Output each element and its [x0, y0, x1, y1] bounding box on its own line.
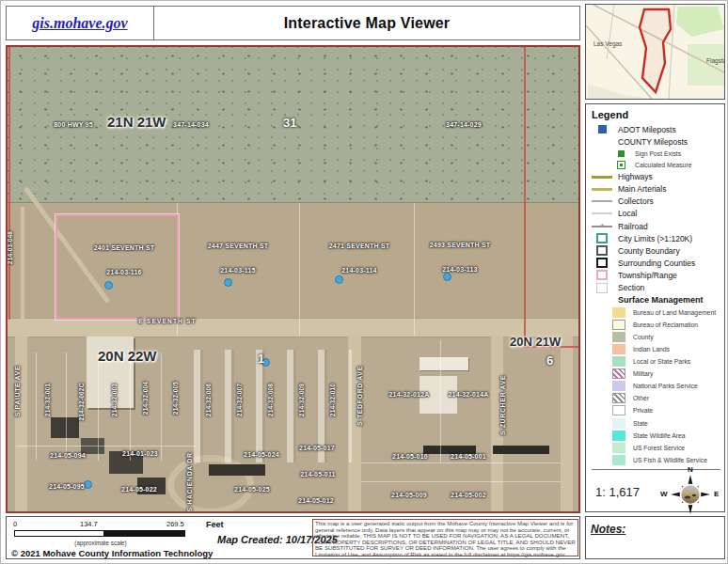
- parcel-apn: 214-05-002: [435, 492, 501, 498]
- map-viewer-page: gis.mohave.gov Interactive Map Viewer La…: [0, 0, 728, 564]
- building: [209, 464, 265, 476]
- copyright-text: © 2021 Mohave County Information Technol…: [11, 548, 213, 558]
- legend-surface-usfws: US Fish & Wildlife Service: [612, 454, 720, 466]
- site-link-box: gis.mohave.gov: [6, 6, 154, 40]
- parcel-apn: 214-32-012A: [376, 391, 442, 398]
- legend-item-section: Section: [592, 281, 720, 293]
- highways-line-swatch: [592, 176, 612, 179]
- street-label-zurcher: S ZURCHER AVE: [499, 368, 509, 443]
- state-wildlife-swatch: [612, 431, 625, 441]
- parcel-address: 2493 SEVENTH ST: [404, 242, 516, 248]
- parcel-apn: 214-05-001: [435, 453, 501, 460]
- legend-panel: Legend ADOT Mileposts COUNTY Mileposts S…: [585, 103, 725, 512]
- parcel-apn: 214-05-022: [106, 486, 172, 493]
- east-edge-road: [561, 336, 573, 511]
- building: [419, 357, 468, 370]
- county-swatch: [612, 332, 625, 342]
- parcel-line: [98, 352, 99, 461]
- parcel-apn: 214-05-024: [229, 451, 294, 458]
- legend-title: Legend: [592, 109, 720, 120]
- map-canvas[interactable]: 800 HWY 95 21N 21W 347-14-034 31 347-14-…: [6, 45, 580, 513]
- parcel-apn: 214-01-023: [107, 450, 173, 457]
- dirt-road-2: [21, 207, 24, 320]
- legend-surface-reclamation: Bureau of Reclamation: [612, 319, 720, 331]
- local-line-swatch: [592, 212, 612, 214]
- parcel-apn-vertical: 214-32-004: [142, 371, 150, 426]
- parcel-apn-vertical: 214-03-048: [7, 221, 15, 275]
- legend-surface-usfs: US Forest Service: [612, 442, 720, 454]
- legend-item-township-range: Township/Range: [592, 269, 720, 281]
- scale-tick-max: 269.5: [166, 520, 184, 528]
- parcel-apn: 214-05-009: [376, 492, 442, 498]
- parcel-apn-vertical: 214-32-005: [172, 371, 181, 426]
- parcel-apn-vertical: 214-32-010: [329, 373, 338, 428]
- map-label-apn-north-1: 347-14-034: [149, 121, 233, 128]
- legend-item-adot: ADOT Mileposts: [592, 123, 720, 135]
- selected-parcel-outline[interactable]: [55, 214, 179, 320]
- parcel-apn: 214-05-012: [283, 497, 349, 504]
- notes-panel: Notes:: [585, 516, 725, 559]
- building: [51, 417, 79, 438]
- street-label-hacienda: S HACIENDA DR: [186, 445, 196, 513]
- parcel-apn: 214-32-014A: [435, 391, 501, 398]
- parcel-apn-vertical: 214-32-009: [298, 373, 307, 428]
- legend-item-main-arterials: Main Arterials: [592, 183, 720, 196]
- parcel-apn-vertical: 214-32-001: [44, 373, 53, 428]
- legend-item-railroad: + Railroad: [592, 220, 720, 232]
- scale-ratio: 1: 1,617: [595, 485, 640, 499]
- other-swatch: [612, 393, 625, 403]
- parcel-apn: 214-05-010: [377, 453, 443, 460]
- legend-item-surrounding-counties: Surrounding Counties: [592, 257, 720, 269]
- inset-city-las-vegas: Las Vegas: [593, 40, 622, 47]
- milepost-dot: [104, 281, 113, 290]
- township-range-swatch: [596, 270, 608, 280]
- parcel-apn: 214-05-094: [35, 452, 101, 459]
- legend-item-surface-management: Surface Management: [592, 294, 720, 306]
- compass-e: E: [714, 490, 719, 498]
- parcel-apn-vertical: 214-32-008: [267, 373, 276, 428]
- legend-item-sign-post: Sign Post Exists: [612, 148, 720, 159]
- reclamation-swatch: [612, 320, 625, 330]
- local-state-parks-swatch: [612, 356, 625, 367]
- township-label-20n22w: 20N 22W: [98, 348, 157, 364]
- legend-surface-parks: Local or State Parks: [612, 355, 720, 368]
- legend-surface-military: Military: [612, 368, 720, 380]
- parcel-apn: 214-03-116: [68, 269, 181, 275]
- scale-tick-0: 0: [13, 520, 17, 528]
- us-fish-wildlife-swatch: [612, 455, 625, 465]
- overview-inset-map: Las Vegas Flagstaff: [585, 4, 725, 100]
- adot-milepost-swatch: [598, 125, 607, 133]
- parcel-apn-vertical: 214-32-002C: [78, 375, 87, 430]
- footer-bar: 0 134.7 269.5 Feet (approximate scale) M…: [6, 516, 580, 559]
- scale-tick-mid: 134.7: [80, 520, 98, 528]
- compass-n: N: [688, 465, 693, 474]
- legend-item-collectors: Collectors: [592, 196, 720, 208]
- parcel-apn: 214-05-011: [285, 471, 351, 478]
- parcel-line: [36, 352, 37, 461]
- parcel-line: [361, 481, 561, 482]
- township-line-east: [524, 47, 526, 348]
- section-label-6: 6: [546, 353, 553, 368]
- parcel-apn-vertical: 214-32-003: [111, 373, 119, 428]
- title-box: Interactive Map Viewer: [153, 6, 580, 40]
- scale-bar: [14, 530, 185, 537]
- parcel-apn: 214-05-025: [219, 486, 285, 493]
- seventh-street-road: [8, 318, 578, 337]
- street-label-paiute: S PAIUTE AVE: [14, 353, 24, 429]
- site-link[interactable]: gis.mohave.gov: [32, 15, 127, 32]
- calculated-measure-swatch: [617, 161, 625, 169]
- county-boundary-swatch: [596, 245, 608, 256]
- parcel-address: 2401 SEVENTH ST: [68, 244, 181, 251]
- milepost-dot: [224, 278, 232, 287]
- milepost-dot: [443, 273, 451, 281]
- section-label-31: 31: [283, 116, 296, 130]
- parcel-apn: 214-03-114: [303, 267, 416, 274]
- legend-item-local: Local: [592, 208, 720, 220]
- parcel-line: [130, 352, 131, 461]
- milepost-dot: [335, 275, 343, 284]
- legend-surface-private: Private: [612, 404, 720, 416]
- military-swatch: [612, 368, 625, 379]
- blm-swatch: [612, 307, 625, 318]
- scale-compass-section: 1: 1,617 N S W E: [592, 469, 720, 511]
- legend-item-county-mileposts: COUNTY Mileposts: [592, 135, 720, 148]
